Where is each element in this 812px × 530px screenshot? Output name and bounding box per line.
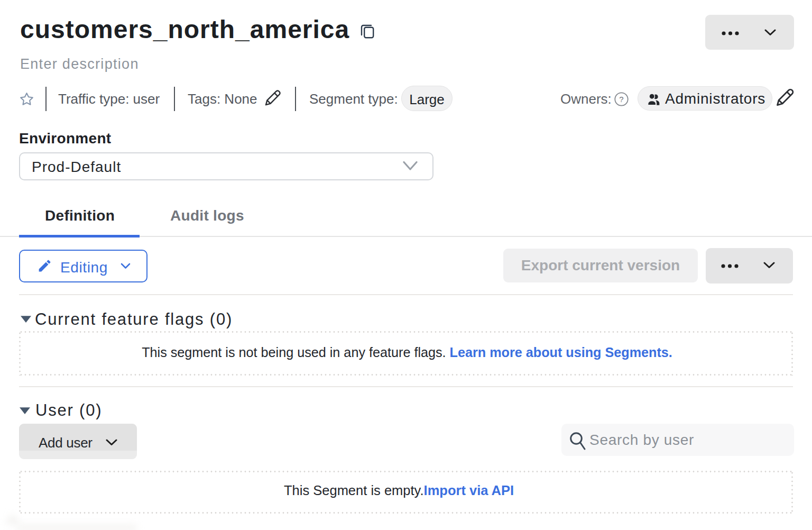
svg-text:?: ? [619,95,623,104]
